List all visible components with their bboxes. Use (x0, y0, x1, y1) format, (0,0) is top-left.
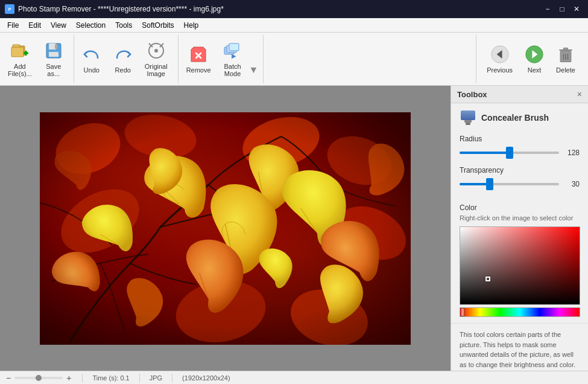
title-bar-left: P Photo Stamp Remover - ****Unregistered… (5, 4, 224, 14)
dimensions-status: (1920x1200x24) (182, 374, 230, 382)
delete-icon (556, 45, 575, 64)
svg-point-12 (154, 49, 158, 53)
toolbox-panel: Toolbox × (450, 86, 588, 371)
undo-icon (82, 45, 101, 64)
batch-mode-label: Batch Mode (224, 63, 241, 77)
remove-button[interactable]: Remove (181, 38, 217, 80)
tool-name-row: Concealer Brush (460, 109, 580, 126)
color-label: Color (460, 203, 580, 212)
tool-section: Concealer Brush Radius 128 Transparency (451, 103, 588, 203)
next-label: Next (528, 66, 542, 74)
svg-rect-42 (40, 112, 411, 345)
main-content: Toolbox × (0, 86, 588, 371)
next-icon (525, 45, 544, 64)
color-gradient-overlay (460, 227, 580, 304)
minimize-button[interactable]: − (541, 2, 554, 16)
delete-button[interactable]: Delete (551, 38, 581, 80)
save-as-icon (44, 41, 63, 60)
time-status: Time (s): 0.1 (92, 374, 129, 382)
radius-label: Radius (460, 135, 580, 143)
menu-help[interactable]: Help (179, 20, 204, 31)
radius-row: 128 (460, 147, 580, 159)
add-files-button[interactable]: Add File(s)... (2, 38, 37, 80)
menu-file[interactable]: File (2, 20, 24, 31)
status-bar: − + Time (s): 0.1 JPG (1920x1200x24) (0, 371, 588, 384)
zoom-handle (36, 375, 42, 381)
zoom-controls: − + (5, 373, 72, 383)
color-hint: Right-click on the image to select color (460, 214, 580, 222)
radius-thumb[interactable] (506, 147, 513, 159)
hue-bar[interactable] (460, 307, 580, 317)
transparency-slider[interactable] (460, 178, 559, 190)
batch-mode-button[interactable]: ▶ Batch Mode (218, 38, 248, 80)
transparency-track (460, 183, 559, 185)
radius-track (460, 152, 559, 154)
batch-mode-icon: ▶ (223, 41, 242, 60)
svg-rect-20 (229, 43, 239, 51)
svg-rect-4 (13, 45, 20, 47)
description-box: This tool colors certain parts of the pi… (451, 323, 588, 371)
svg-rect-9 (55, 44, 57, 49)
svg-rect-46 (466, 123, 470, 125)
canvas-area[interactable] (0, 86, 450, 371)
redo-label: Redo (115, 66, 131, 74)
remove-icon (189, 45, 208, 64)
svg-rect-10 (49, 52, 58, 57)
color-picker[interactable] (460, 226, 580, 305)
add-files-icon (10, 41, 30, 60)
transparency-thumb[interactable] (486, 178, 493, 190)
status-divider-1 (82, 374, 83, 382)
undo-label: Undo (84, 66, 100, 74)
toolbar: Add File(s)... Save as... Un (0, 33, 588, 86)
format-status: JPG (150, 374, 162, 382)
previous-label: Previous (487, 66, 513, 74)
menu-bar: File Edit View Selection Tools SoftOrbit… (0, 18, 588, 33)
toolbox-close-button[interactable]: × (577, 89, 582, 99)
menu-edit[interactable]: Edit (24, 20, 46, 31)
add-files-label: Add File(s)... (8, 63, 32, 77)
svg-text:P: P (8, 7, 11, 11)
nav-area: Previous Next De (476, 35, 586, 83)
close-button[interactable]: ✕ (570, 2, 583, 16)
toolbar-group-actions: Remove ▶ Batch Mode ▼ (181, 35, 264, 83)
svg-marker-15 (191, 47, 206, 62)
zoom-out-button[interactable]: − (5, 373, 12, 383)
image-display (40, 112, 411, 345)
original-image-label: Original Image (145, 63, 168, 77)
svg-text:▶: ▶ (232, 53, 236, 59)
menu-tools[interactable]: Tools (110, 20, 137, 31)
window-title: Photo Stamp Remover - ****Unregistered v… (18, 5, 224, 13)
title-bar: P Photo Stamp Remover - ****Unregistered… (0, 0, 588, 18)
transparency-value: 30 (563, 180, 580, 188)
radius-value: 128 (563, 149, 580, 157)
transparency-fill (460, 183, 490, 185)
menu-selection[interactable]: Selection (71, 20, 110, 31)
app-icon: P (5, 4, 14, 14)
toolbar-group-files: Add File(s)... Save as... (2, 35, 74, 83)
transparency-label: Transparency (460, 166, 580, 174)
tool-name-label: Concealer Brush (481, 113, 549, 123)
save-as-button[interactable]: Save as... (39, 38, 69, 80)
menu-softorbits[interactable]: SoftOrbits (137, 20, 179, 31)
next-button[interactable]: Next (519, 38, 549, 80)
maximize-button[interactable]: □ (555, 2, 569, 16)
zoom-slider[interactable] (14, 377, 63, 379)
redo-button[interactable]: Redo (108, 38, 138, 80)
svg-rect-28 (563, 48, 567, 50)
remove-label: Remove (186, 66, 211, 74)
status-divider-3 (172, 374, 172, 382)
menu-view[interactable]: View (46, 20, 71, 31)
concealer-brush-icon (460, 109, 476, 126)
zoom-in-button[interactable]: + (65, 373, 72, 383)
color-cursor (485, 277, 490, 281)
transparency-row: 30 (460, 178, 580, 190)
original-image-button[interactable]: Original Image (139, 38, 173, 80)
hue-indicator (461, 308, 464, 316)
toolbox-header: Toolbox × (451, 86, 588, 103)
redo-icon (113, 45, 133, 64)
radius-slider[interactable] (460, 147, 559, 159)
undo-button[interactable]: Undo (77, 38, 107, 80)
radius-fill (460, 152, 510, 154)
previous-button[interactable]: Previous (481, 38, 518, 80)
color-gradient (460, 227, 580, 304)
